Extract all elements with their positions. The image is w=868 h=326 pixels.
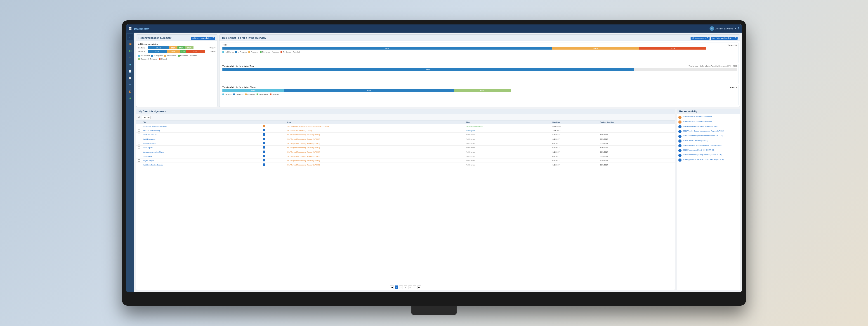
row-area[interactable]: 2017 Payroll Processing Review (17-003) — [285, 154, 465, 159]
legend-not-started-label: Not Started — [141, 55, 150, 57]
activity-item-text[interactable]: 2017 Accounts Receivable Review (17-002) — [683, 125, 718, 128]
col-state-header[interactable]: State — [465, 120, 551, 124]
table-row[interactable]: Management Action Plans 2017 Payroll Pro… — [136, 150, 675, 154]
page-btn-5[interactable]: 5 — [413, 286, 416, 289]
next-page-btn[interactable]: ▶ — [417, 286, 421, 289]
row-area[interactable]: 2017 Contract Review (17-010) — [285, 128, 465, 133]
row-title[interactable]: Control for purchase discounts — [141, 124, 261, 128]
table-row[interactable]: Audit Satisfaction Survey 2017 Payroll P… — [136, 163, 675, 167]
row-title[interactable]: Exit Conference — [141, 141, 261, 145]
table-scroll-area[interactable]: Title Area State Due Date Review Due Dat… — [136, 120, 675, 284]
assessment-dropdown[interactable]: All Assessment — [690, 37, 710, 40]
row-title[interactable]: Management Action Plans — [141, 150, 261, 154]
col-due-date-header[interactable]: Due Date — [551, 120, 598, 124]
row-area-icon — [261, 145, 285, 150]
row-checkbox[interactable] — [136, 145, 141, 150]
prev-page-btn[interactable]: ◀ — [390, 286, 394, 289]
monitor-stand — [411, 306, 457, 315]
page-btn-3[interactable]: 3 — [404, 286, 407, 289]
hamburger-icon[interactable]: ☰ — [129, 27, 132, 30]
activity-item[interactable]: i 2018 Internal Audit Risk Assessment — [678, 120, 739, 124]
activity-item-text[interactable]: 2018 Application General Control Review … — [683, 158, 724, 161]
row-title[interactable]: Final Report — [141, 154, 261, 159]
table-filter-select[interactable]: All — [142, 116, 151, 119]
activity-item[interactable]: i 2011 Vendor Supply Management Review (… — [678, 130, 739, 133]
sidebar-item-home[interactable]: ⌂ — [127, 34, 133, 40]
table-row[interactable]: Project Report 2017 Payroll Processing R… — [136, 159, 675, 163]
table-row[interactable]: Fieldwork Review 2017 Payroll Processing… — [136, 133, 675, 137]
sidebar-item-edit[interactable]: ✏ — [127, 81, 133, 88]
row-area[interactable]: 2017 Payroll Processing Review (17-003) — [285, 133, 465, 137]
row-area[interactable]: 2017 Payroll Processing Review (17-003) — [285, 141, 465, 145]
activity-item-text[interactable]: 2018 Financial Reporting Review (16-CORP… — [683, 154, 721, 156]
col-title-header[interactable]: Title — [141, 120, 261, 124]
row-checkbox[interactable] — [136, 154, 141, 159]
app-header: ☰ TeamMate+ JE Jennifer Esterfield ▼ ? — [126, 24, 742, 33]
sidebar-item-docs[interactable]: 📋 — [127, 75, 133, 81]
col-area-header[interactable]: Area — [285, 120, 465, 124]
row-checkbox[interactable] — [136, 124, 141, 128]
table-row[interactable]: Draft Report 2017 Payroll Processing Rev… — [136, 145, 675, 150]
row-checkbox[interactable] — [136, 163, 141, 167]
test-label-ns: Not Started — [225, 51, 234, 53]
activity-item-text[interactable]: 2016 Corporate Accounting Audit (16-CORP… — [683, 144, 721, 146]
row-checkbox[interactable] — [136, 150, 141, 154]
sidebar-item-chart[interactable]: ◧ — [127, 48, 133, 54]
activity-item-text[interactable]: 2011 Vendor Supply Management Review (17… — [683, 130, 724, 132]
activity-item[interactable]: i 2018 Financial Reporting Review (16-CO… — [678, 154, 739, 157]
sidebar-item-check[interactable]: ✓ — [127, 54, 133, 61]
plan-dropdown[interactable]: 2017 General Audit Pl... — [711, 37, 738, 40]
page-btn-4[interactable]: 4 — [408, 286, 412, 289]
sidebar-item-reports[interactable]: 📄 — [127, 68, 133, 74]
activity-item-text[interactable]: 2018 Accounts Payable Process Review (18… — [683, 134, 723, 137]
phase-dot-close — [256, 93, 258, 95]
activity-item[interactable]: i 2017 Internal Audit Risk Assessment — [678, 115, 739, 119]
sidebar-item-puzzle[interactable]: ◈ — [127, 95, 133, 102]
activity-item-text[interactable]: 2017 Contract Review (17-013) — [683, 139, 708, 142]
row-title[interactable]: Fieldwork Review — [141, 133, 261, 137]
col-review-due-header[interactable]: Review Due Date — [598, 120, 675, 124]
page-btn-1[interactable]: 1 — [395, 286, 398, 289]
row-area[interactable]: 2017 Payroll Processing Review (17-002) — [285, 145, 465, 150]
activity-item[interactable]: i 2017 Accounts Receivable Review (17-00… — [678, 125, 739, 128]
row-checkbox[interactable] — [136, 159, 141, 163]
row-checkbox[interactable] — [136, 137, 141, 141]
row-area[interactable]: 2017 Payroll Processing Review (17-005) — [285, 163, 465, 167]
rec-filter-dropdown[interactable]: All Recommendation — [191, 37, 215, 40]
on-time-bar: 37.1% 14.2% 14.2% 14.2% — [148, 46, 206, 49]
page-btn-2[interactable]: 2 — [399, 286, 403, 289]
activity-item[interactable]: i 2018 Accounts Payable Process Review (… — [678, 134, 739, 138]
activity-item-text[interactable]: 2017 Internal Audit Risk Assessment — [683, 115, 712, 118]
row-area[interactable]: 2017 Payroll Processing Review (17-003) — [285, 137, 465, 141]
row-checkbox[interactable] — [136, 133, 141, 137]
sidebar-item-folder[interactable]: ▣ — [127, 41, 133, 47]
legend-closed-dot — [159, 58, 160, 60]
table-row[interactable]: Perform Audit Sharing 2017 Contract Revi… — [136, 128, 675, 133]
row-title[interactable]: Perform Audit Sharing — [141, 128, 261, 133]
table-row[interactable]: Control for purchase discounts 2017 Vend… — [136, 124, 675, 128]
activity-item[interactable]: i 2017 Contract Review (17-013) — [678, 139, 739, 143]
row-title[interactable]: Draft Report — [141, 145, 261, 150]
phase-header: This is what I do for a living Phase Tot… — [222, 86, 737, 89]
row-checkbox[interactable] — [136, 128, 141, 133]
row-title[interactable]: Project Report — [141, 159, 261, 163]
activity-item[interactable]: i 2018 Procurement Audit (16-CORP-03) — [678, 149, 739, 152]
activity-item[interactable]: i 2016 Corporate Accounting Audit (16-CO… — [678, 144, 739, 147]
user-name[interactable]: Jennifer Esterfield ▼ — [715, 27, 737, 30]
row-title[interactable]: Audit Discussion — [141, 137, 261, 141]
row-title[interactable]: Audit Satisfaction Survey — [141, 163, 261, 167]
row-checkbox[interactable] — [136, 141, 141, 145]
table-row[interactable]: Audit Discussion 2017 Payroll Processing… — [136, 137, 675, 141]
row-area[interactable]: 2017 Payroll Processing Review (17-003) — [285, 150, 465, 154]
test-bar-blue: 64% — [222, 47, 552, 50]
table-row[interactable]: Exit Conference 2017 Payroll Processing … — [136, 141, 675, 145]
sidebar-item-d[interactable]: D — [127, 88, 133, 94]
row-area[interactable]: 2017 Payroll Processing Review (17-005) — [285, 159, 465, 163]
table-row[interactable]: Final Report 2017 Payroll Processing Rev… — [136, 154, 675, 159]
activity-item[interactable]: i 2018 Application General Control Revie… — [678, 158, 739, 162]
activity-item-text[interactable]: 2018 Procurement Audit (16-CORP-03) — [683, 149, 715, 151]
activity-item-text[interactable]: 2018 Internal Audit Risk Assessment — [683, 120, 712, 123]
help-icon[interactable]: ? — [738, 27, 739, 30]
row-area[interactable]: 2017 Vendor Payable Management Review (1… — [285, 124, 465, 128]
sidebar-item-notifications[interactable]: ◉ — [127, 61, 133, 67]
